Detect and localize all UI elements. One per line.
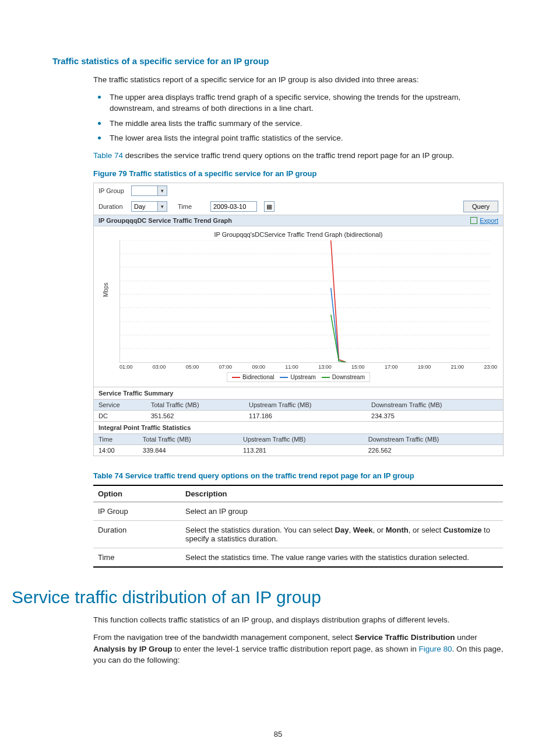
duration-select[interactable]: ▾ (131, 201, 167, 212)
summary-title: Service Traffic Summary (94, 387, 503, 399)
x-tick: 07:00 (219, 364, 233, 370)
body-paragraph: From the navigation tree of the bandwidt… (93, 632, 504, 666)
panel-header-trend: IP GroupqqqDC Service Traffic Trend Grap… (94, 215, 503, 226)
integral-header: Time (94, 434, 138, 445)
figure-caption: Figure 79 Traffic statistics of a specif… (93, 169, 504, 178)
query-row-2: Duration ▾ Time ▦ Query (94, 198, 503, 215)
query-row-1: IP Group ▾ (94, 183, 503, 198)
chevron-down-icon[interactable]: ▾ (157, 202, 167, 211)
ip-group-label: IP Group (98, 187, 126, 194)
legend-swatch (280, 377, 288, 378)
summary-table: Service Total Traffic (MB) Upstream Traf… (94, 399, 503, 421)
table-row: DC 351.562 117.186 234.375 (94, 411, 503, 422)
legend-item: Downstream (322, 374, 365, 380)
table-ref-paragraph: Table 74 describes the service traffic t… (93, 150, 504, 162)
x-tick: 17:00 (385, 364, 398, 370)
y-axis-label: Mbps (103, 282, 109, 296)
query-button[interactable]: Query (463, 201, 498, 212)
section-heading: Traffic statistics of a specific service… (52, 56, 504, 66)
legend-swatch (322, 377, 330, 378)
chart-legend: Bidirectional Upstream Downstream (227, 372, 370, 382)
chart-svg: 0 1 2 3 4 5 6 7 8 9 (120, 240, 491, 362)
ip-group-input[interactable] (132, 186, 157, 195)
table-caption: Table 74 Service traffic trend query opt… (93, 471, 504, 480)
table-74-link[interactable]: Table 74 (93, 151, 123, 160)
series-bidirectional (331, 240, 346, 362)
summary-header: Total Traffic (MB) (146, 400, 244, 411)
bullet-item: The lower area lists the integral point … (93, 132, 504, 144)
bullet-item: The upper area displays traffic trend gr… (93, 92, 504, 114)
chart-area: IP Groupqqq'sDCService Traffic Trend Gra… (94, 226, 503, 387)
summary-header: Service (94, 400, 146, 411)
x-tick: 23:00 (484, 364, 497, 370)
text: describes the service traffic trend quer… (123, 151, 454, 160)
x-tick: 05:00 (186, 364, 199, 370)
summary-cell: 234.375 (367, 411, 503, 422)
summary-cell: DC (94, 411, 146, 422)
legend-label: Upstream (290, 374, 315, 380)
bullet-item: The middle area lists the traffic summar… (93, 118, 504, 130)
export-label: Export (480, 217, 498, 224)
chevron-down-icon[interactable]: ▾ (157, 186, 167, 195)
figure-80-link[interactable]: Figure 80 (419, 645, 452, 653)
x-tick: 01:00 (119, 364, 133, 370)
integral-cell: 113.281 (238, 445, 364, 456)
export-link[interactable]: Export (470, 217, 498, 224)
option-desc: Select an IP group (181, 502, 503, 521)
chart-title: IP Groupqqq'sDCService Traffic Trend Gra… (100, 231, 497, 238)
integral-cell: 339.844 (138, 445, 238, 456)
integral-header: Upstream Traffic (MB) (238, 434, 364, 445)
x-tick: 09:00 (252, 364, 265, 370)
x-tick: 15:00 (351, 364, 365, 370)
integral-cell: 14:00 (94, 445, 138, 456)
legend-item: Bidirectional (232, 374, 274, 380)
figure-79: IP Group ▾ Duration ▾ Time ▦ Query IP Gr… (93, 183, 504, 456)
integral-cell: 226.562 (364, 445, 503, 456)
page-number: 85 (0, 730, 556, 738)
legend-label: Bidirectional (242, 374, 274, 380)
duration-label: Duration (98, 203, 126, 210)
summary-header: Downstream Traffic (MB) (367, 400, 503, 411)
option-name: IP Group (93, 502, 181, 521)
option-name: Duration (93, 521, 181, 548)
integral-header: Total Traffic (MB) (138, 434, 238, 445)
ip-group-select[interactable]: ▾ (131, 186, 167, 196)
legend-label: Downstream (332, 374, 365, 380)
x-tick: 21:00 (451, 364, 464, 370)
integral-title: Integral Point Traffic Statistics (94, 421, 503, 433)
table-row: Duration Select the statistics duration.… (93, 521, 503, 548)
table-row: Time Select the statistics time. The val… (93, 548, 503, 568)
legend-item: Upstream (280, 374, 315, 380)
table-row: IP Group Select an IP group (93, 502, 503, 521)
panel-title: IP GroupqqqDC Service Traffic Trend Grap… (98, 217, 232, 224)
x-tick: 11:00 (285, 364, 298, 370)
heading-service-distribution: Service traffic distribution of an IP gr… (12, 587, 504, 607)
intro-paragraph: The traffic statistics report of a speci… (93, 74, 504, 86)
option-desc: Select the statistics duration. You can … (181, 521, 503, 548)
option-desc: Select the statistics time. The value ra… (181, 548, 503, 568)
export-icon (470, 217, 477, 224)
calendar-icon[interactable]: ▦ (264, 201, 275, 212)
x-tick: 19:00 (418, 364, 431, 370)
summary-cell: 117.186 (244, 411, 367, 422)
duration-input[interactable] (132, 202, 157, 211)
date-input[interactable] (210, 201, 257, 212)
table-row: 14:00 339.844 113.281 226.562 (94, 445, 503, 456)
options-table: Option Description IP Group Select an IP… (93, 485, 503, 568)
bullet-list: The upper area displays traffic trend gr… (93, 92, 504, 144)
summary-header: Upstream Traffic (MB) (244, 400, 367, 411)
legend-swatch (232, 377, 240, 378)
x-axis-ticks: 01:00 03:00 05:00 07:00 09:00 11:00 13:0… (119, 364, 497, 370)
body-paragraph: This function collects traffic statistic… (93, 614, 504, 626)
integral-table: Time Total Traffic (MB) Upstream Traffic… (94, 433, 503, 456)
x-tick: 03:00 (153, 364, 166, 370)
time-label: Time (178, 203, 206, 210)
options-header: Description (181, 485, 503, 502)
integral-header: Downstream Traffic (MB) (364, 434, 503, 445)
option-name: Time (93, 548, 181, 568)
summary-cell: 351.562 (146, 411, 244, 422)
x-tick: 13:00 (318, 364, 332, 370)
line-chart: Mbps 0 1 (119, 240, 491, 363)
options-header: Option (93, 485, 181, 502)
